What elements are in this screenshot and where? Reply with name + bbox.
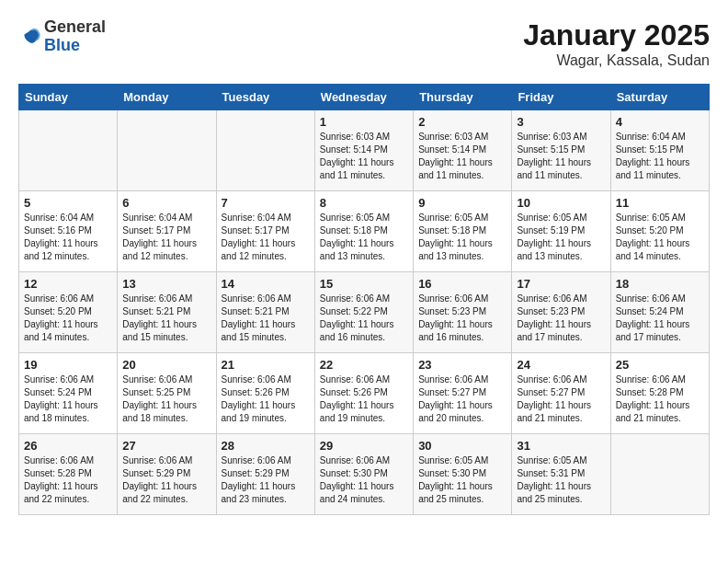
day-number: 31 — [517, 439, 605, 453]
day-number: 7 — [222, 196, 310, 210]
calendar-cell: 20Sunrise: 6:06 AM Sunset: 5:25 PM Dayli… — [118, 353, 216, 434]
day-info: Sunrise: 6:06 AM Sunset: 5:23 PM Dayligh… — [517, 293, 605, 344]
weekday-header: Thursday — [414, 85, 512, 110]
calendar-body: 1Sunrise: 6:03 AM Sunset: 5:14 PM Daylig… — [19, 110, 710, 515]
page-title: January 2025 — [523, 18, 710, 52]
logo-text: General Blue — [44, 18, 106, 55]
weekday-header: Wednesday — [314, 85, 413, 110]
day-info: Sunrise: 6:06 AM Sunset: 5:26 PM Dayligh… — [222, 373, 310, 425]
day-number: 22 — [320, 358, 408, 372]
page-header: General Blue January 2025 Wagar, Kassala… — [18, 18, 710, 69]
day-info: Sunrise: 6:03 AM Sunset: 5:15 PM Dayligh… — [517, 131, 605, 182]
day-info: Sunrise: 6:06 AM Sunset: 5:24 PM Dayligh… — [616, 293, 704, 344]
day-info: Sunrise: 6:05 AM Sunset: 5:31 PM Dayligh… — [517, 454, 605, 506]
day-info: Sunrise: 6:04 AM Sunset: 5:15 PM Dayligh… — [616, 131, 704, 182]
calendar-cell: 2Sunrise: 6:03 AM Sunset: 5:14 PM Daylig… — [414, 110, 512, 191]
day-info: Sunrise: 6:06 AM Sunset: 5:21 PM Dayligh… — [222, 293, 310, 344]
day-info: Sunrise: 6:03 AM Sunset: 5:14 PM Dayligh… — [320, 131, 408, 182]
day-info: Sunrise: 6:04 AM Sunset: 5:16 PM Dayligh… — [24, 212, 112, 263]
calendar-cell: 23Sunrise: 6:06 AM Sunset: 5:27 PM Dayli… — [414, 353, 512, 434]
day-number: 17 — [517, 277, 605, 291]
weekday-header: Tuesday — [216, 85, 314, 110]
weekday-header: Monday — [118, 85, 216, 110]
day-number: 29 — [320, 439, 408, 453]
day-info: Sunrise: 6:05 AM Sunset: 5:18 PM Dayligh… — [418, 212, 506, 263]
calendar-cell: 11Sunrise: 6:05 AM Sunset: 5:20 PM Dayli… — [610, 191, 709, 272]
calendar-cell: 25Sunrise: 6:06 AM Sunset: 5:28 PM Dayli… — [610, 353, 709, 434]
calendar-cell: 27Sunrise: 6:06 AM Sunset: 5:29 PM Dayli… — [118, 434, 216, 515]
calendar-week-row: 12Sunrise: 6:06 AM Sunset: 5:20 PM Dayli… — [19, 272, 710, 353]
calendar-cell — [610, 434, 709, 515]
weekday-header: Saturday — [610, 85, 709, 110]
day-info: Sunrise: 6:05 AM Sunset: 5:30 PM Dayligh… — [418, 454, 506, 506]
day-number: 30 — [418, 439, 506, 453]
calendar-cell: 26Sunrise: 6:06 AM Sunset: 5:28 PM Dayli… — [19, 434, 118, 515]
logo-icon — [18, 26, 40, 48]
calendar-cell — [216, 110, 314, 191]
day-number: 21 — [222, 358, 310, 372]
calendar-cell: 21Sunrise: 6:06 AM Sunset: 5:26 PM Dayli… — [216, 353, 314, 434]
day-info: Sunrise: 6:06 AM Sunset: 5:20 PM Dayligh… — [24, 293, 112, 344]
day-info: Sunrise: 6:06 AM Sunset: 5:23 PM Dayligh… — [418, 293, 506, 344]
day-info: Sunrise: 6:06 AM Sunset: 5:27 PM Dayligh… — [418, 373, 506, 425]
calendar-cell: 8Sunrise: 6:05 AM Sunset: 5:18 PM Daylig… — [314, 191, 413, 272]
calendar-cell — [118, 110, 216, 191]
calendar-cell: 5Sunrise: 6:04 AM Sunset: 5:16 PM Daylig… — [19, 191, 118, 272]
day-number: 16 — [418, 277, 506, 291]
calendar-cell: 16Sunrise: 6:06 AM Sunset: 5:23 PM Dayli… — [414, 272, 512, 353]
calendar-header: SundayMondayTuesdayWednesdayThursdayFrid… — [19, 85, 710, 110]
day-number: 15 — [320, 277, 408, 291]
calendar-week-row: 1Sunrise: 6:03 AM Sunset: 5:14 PM Daylig… — [19, 110, 710, 191]
day-info: Sunrise: 6:06 AM Sunset: 5:22 PM Dayligh… — [320, 293, 408, 344]
day-number: 4 — [616, 115, 704, 129]
calendar-cell: 4Sunrise: 6:04 AM Sunset: 5:15 PM Daylig… — [610, 110, 709, 191]
day-info: Sunrise: 6:04 AM Sunset: 5:17 PM Dayligh… — [122, 212, 210, 263]
calendar-cell: 1Sunrise: 6:03 AM Sunset: 5:14 PM Daylig… — [314, 110, 413, 191]
day-number: 25 — [616, 358, 704, 372]
day-number: 5 — [24, 196, 112, 210]
day-info: Sunrise: 6:03 AM Sunset: 5:14 PM Dayligh… — [418, 131, 506, 182]
calendar-week-row: 5Sunrise: 6:04 AM Sunset: 5:16 PM Daylig… — [19, 191, 710, 272]
header-row: SundayMondayTuesdayWednesdayThursdayFrid… — [19, 85, 710, 110]
day-info: Sunrise: 6:06 AM Sunset: 5:28 PM Dayligh… — [24, 454, 112, 506]
day-number: 13 — [122, 277, 210, 291]
calendar-cell: 24Sunrise: 6:06 AM Sunset: 5:27 PM Dayli… — [512, 353, 610, 434]
day-info: Sunrise: 6:06 AM Sunset: 5:26 PM Dayligh… — [320, 373, 408, 425]
calendar-cell: 14Sunrise: 6:06 AM Sunset: 5:21 PM Dayli… — [216, 272, 314, 353]
day-number: 1 — [320, 115, 408, 129]
weekday-header: Sunday — [19, 85, 118, 110]
day-info: Sunrise: 6:06 AM Sunset: 5:24 PM Dayligh… — [24, 373, 112, 425]
day-number: 19 — [24, 358, 112, 372]
day-number: 26 — [24, 439, 112, 453]
calendar-cell: 28Sunrise: 6:06 AM Sunset: 5:29 PM Dayli… — [216, 434, 314, 515]
day-info: Sunrise: 6:06 AM Sunset: 5:29 PM Dayligh… — [122, 454, 210, 506]
day-number: 11 — [616, 196, 704, 210]
day-number: 28 — [222, 439, 310, 453]
calendar-cell: 17Sunrise: 6:06 AM Sunset: 5:23 PM Dayli… — [512, 272, 610, 353]
day-info: Sunrise: 6:06 AM Sunset: 5:25 PM Dayligh… — [122, 373, 210, 425]
day-number: 20 — [122, 358, 210, 372]
calendar-cell: 6Sunrise: 6:04 AM Sunset: 5:17 PM Daylig… — [118, 191, 216, 272]
calendar-cell: 30Sunrise: 6:05 AM Sunset: 5:30 PM Dayli… — [414, 434, 512, 515]
day-info: Sunrise: 6:06 AM Sunset: 5:27 PM Dayligh… — [517, 373, 605, 425]
calendar-cell: 31Sunrise: 6:05 AM Sunset: 5:31 PM Dayli… — [512, 434, 610, 515]
day-info: Sunrise: 6:04 AM Sunset: 5:17 PM Dayligh… — [222, 212, 310, 263]
day-info: Sunrise: 6:06 AM Sunset: 5:29 PM Dayligh… — [222, 454, 310, 506]
weekday-header: Friday — [512, 85, 610, 110]
calendar-cell: 13Sunrise: 6:06 AM Sunset: 5:21 PM Dayli… — [118, 272, 216, 353]
day-info: Sunrise: 6:06 AM Sunset: 5:30 PM Dayligh… — [320, 454, 408, 506]
logo: General Blue — [18, 18, 106, 55]
page-subtitle: Wagar, Kassala, Sudan — [523, 52, 710, 69]
calendar-cell: 15Sunrise: 6:06 AM Sunset: 5:22 PM Dayli… — [314, 272, 413, 353]
calendar-week-row: 19Sunrise: 6:06 AM Sunset: 5:24 PM Dayli… — [19, 353, 710, 434]
calendar-cell: 22Sunrise: 6:06 AM Sunset: 5:26 PM Dayli… — [314, 353, 413, 434]
calendar-cell: 9Sunrise: 6:05 AM Sunset: 5:18 PM Daylig… — [414, 191, 512, 272]
day-info: Sunrise: 6:06 AM Sunset: 5:28 PM Dayligh… — [616, 373, 704, 425]
day-info: Sunrise: 6:05 AM Sunset: 5:19 PM Dayligh… — [517, 212, 605, 263]
calendar-cell: 3Sunrise: 6:03 AM Sunset: 5:15 PM Daylig… — [512, 110, 610, 191]
day-info: Sunrise: 6:05 AM Sunset: 5:20 PM Dayligh… — [616, 212, 704, 263]
calendar-cell: 18Sunrise: 6:06 AM Sunset: 5:24 PM Dayli… — [610, 272, 709, 353]
day-number: 6 — [122, 196, 210, 210]
day-number: 27 — [122, 439, 210, 453]
day-number: 8 — [320, 196, 408, 210]
